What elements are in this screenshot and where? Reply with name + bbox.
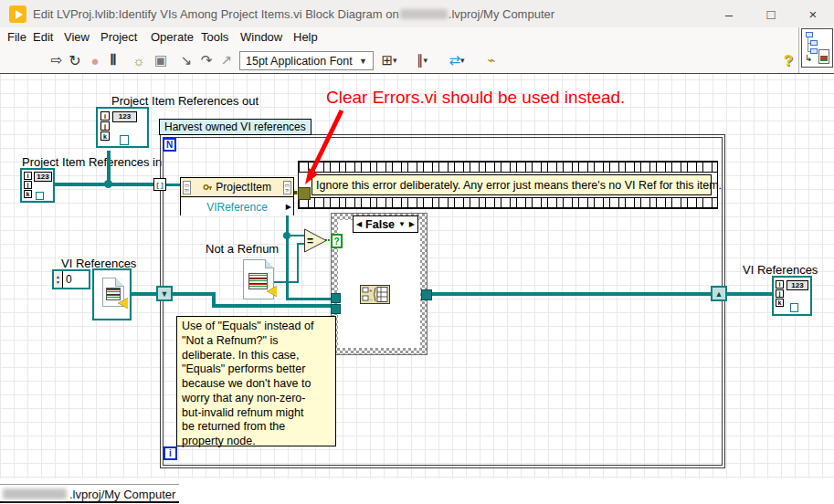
equals-glyph: =	[307, 235, 313, 247]
index-i: i	[24, 172, 32, 180]
wire-to-case-upper	[286, 298, 331, 300]
chart-pixels	[248, 273, 268, 289]
index-i: i	[776, 280, 784, 289]
redacted-project-name	[400, 9, 448, 19]
loop-iteration-terminal[interactable]: i	[164, 446, 177, 460]
case-next-icon[interactable]: ▶	[409, 220, 415, 228]
error-in-icon: ▭?!	[183, 181, 191, 194]
build-array-node[interactable]: + ‥	[360, 285, 390, 304]
tunnel-case-left-upper[interactable]	[331, 293, 341, 303]
chevron-down-icon: ▾	[423, 56, 428, 65]
shift-register-right[interactable]: ▲	[711, 286, 727, 301]
index-value[interactable]: 0	[63, 271, 89, 288]
step-into-button[interactable]: ↘	[177, 50, 195, 70]
project-item-references-in-terminal[interactable]: i j k 123	[20, 168, 55, 203]
reorder-objects-button[interactable]: ⇄▾	[448, 50, 466, 70]
sequence-comment[interactable]: Ignore this error deliberately. Any erro…	[311, 174, 712, 195]
minimize-button[interactable]: –	[708, 0, 750, 27]
case-structure[interactable]	[331, 213, 428, 355]
comment-note[interactable]: Use of "Equals" instead of "Not a Refnum…	[176, 316, 336, 446]
for-loop-label[interactable]: Harvest owned VI references	[159, 119, 311, 135]
window-title-prefix: Edit LVProj.lvlib:Identify VIs Among Pro…	[33, 7, 399, 21]
not-a-refnum-constant[interactable]	[243, 259, 274, 299]
property-node[interactable]: ▭?! ProjectItem ▭?! VIReference ▶	[180, 177, 294, 215]
toolbar-divider	[798, 27, 799, 73]
tunnel-auto-index[interactable]: [ ]	[153, 178, 166, 191]
menu-project[interactable]: Project	[100, 30, 137, 44]
property-node-class: ProjectItem	[193, 181, 281, 194]
annotation-text[interactable]: Clear Errors.vi should be used instead.	[326, 88, 625, 108]
svg-text:+: +	[369, 288, 373, 293]
block-diagram[interactable]: Project Item References out Project Item…	[0, 74, 834, 478]
vi-references-array-constant[interactable]	[92, 268, 132, 320]
context-help-button[interactable]: ?	[778, 50, 798, 72]
tunnel-case-right[interactable]	[421, 289, 432, 300]
vi-badge-icon	[267, 286, 277, 297]
distribute-objects-button[interactable]: ∥▾	[413, 50, 431, 70]
pause-button[interactable]: Ⅱ	[104, 50, 122, 70]
clean-up-diagram-button[interactable]: ⌁	[482, 50, 501, 70]
menu-edit[interactable]: Edit	[33, 30, 53, 44]
context-path: .lvproj/My Computer	[69, 488, 175, 501]
wire-shiftreg-array	[172, 292, 215, 296]
reorder-icon: ⇄	[449, 52, 460, 68]
sequence-border-bottom	[299, 197, 717, 208]
expand-arrow-icon[interactable]: ▶	[286, 203, 291, 211]
index-j: j	[24, 181, 32, 189]
label-project-item-references-out[interactable]: Project Item References out	[111, 94, 259, 108]
page-glyph-icon	[790, 303, 798, 312]
vi-reference-doc-icon	[102, 278, 124, 307]
case-prev-icon[interactable]: ◀	[356, 220, 362, 228]
menu-view[interactable]: View	[64, 30, 90, 44]
wire-notref-up	[297, 243, 299, 283]
step-out-button[interactable]: ↗	[217, 50, 236, 70]
vi-icon[interactable]: ↳	[801, 28, 833, 68]
maximize-button[interactable]: □	[750, 0, 792, 27]
loop-count-terminal[interactable]: N	[163, 138, 176, 152]
error-tunnel[interactable]	[298, 187, 311, 200]
property-vireference[interactable]: VIReference	[181, 198, 293, 215]
page-fold	[265, 259, 274, 268]
align-objects-button[interactable]: ⊞▾	[380, 50, 398, 70]
hierarchy-line	[808, 51, 810, 52]
chevron-down-icon: ▾	[393, 56, 397, 65]
index-k: k	[776, 299, 784, 307]
wire-junction	[104, 180, 112, 188]
vi-references-index[interactable]: ▲▼ 0	[52, 269, 90, 289]
page-glyph-icon	[36, 192, 44, 200]
menu-file[interactable]: File	[7, 30, 26, 44]
chevron-down-icon: ▼	[359, 57, 367, 66]
highlight-execution-button[interactable]: ☼	[130, 50, 148, 70]
window-title: Edit LVProj.lvlib:Identify VIs Among Pro…	[33, 0, 554, 27]
equals-node[interactable]: =	[304, 228, 328, 253]
property-node-class-row: ▭?! ProjectItem ▭?!	[181, 178, 293, 197]
project-item-references-out-terminal[interactable]: i j k 123	[96, 107, 149, 148]
run-button[interactable]: ⇨	[48, 50, 66, 70]
abort-button[interactable]: ●	[86, 50, 104, 70]
menu-operate[interactable]: Operate	[151, 30, 194, 44]
index-k: k	[24, 190, 32, 198]
case-selector-terminal[interactable]: ?	[331, 234, 343, 248]
case-selector[interactable]: ◀ False ▼ ▶	[353, 215, 418, 233]
increment-decrement-icon[interactable]: ▲▼	[54, 271, 63, 288]
chevron-down-icon[interactable]: ▼	[398, 220, 406, 228]
retain-wire-values-button[interactable]: ▣	[152, 50, 170, 70]
label-project-item-references-in[interactable]: Project Item References in	[22, 155, 162, 169]
tunnel-case-left-lower[interactable]	[331, 304, 341, 314]
run-continuously-button[interactable]: ↻	[66, 50, 84, 70]
vi-references-out-terminal[interactable]: i j k 123	[772, 276, 812, 316]
numeric-type-icon: 123	[786, 280, 808, 290]
step-over-button[interactable]: ↷	[197, 50, 216, 70]
menu-window[interactable]: Window	[240, 30, 282, 44]
page-fold	[115, 278, 124, 287]
context-tab[interactable]: .lvproj/My Computer	[0, 484, 179, 503]
hierarchy-line	[808, 37, 808, 51]
menu-tools[interactable]: Tools	[201, 30, 228, 44]
shift-register-left[interactable]: ▼	[156, 286, 173, 301]
menu-help[interactable]: Help	[293, 30, 318, 44]
align-objects-icon: ⊞	[381, 52, 393, 68]
arrow-icon: ↳	[805, 53, 812, 63]
font-selector[interactable]: 15pt Application Font ▼	[239, 51, 374, 70]
label-vi-references-right[interactable]: VI References	[743, 263, 818, 277]
close-button[interactable]: ×	[792, 0, 834, 27]
